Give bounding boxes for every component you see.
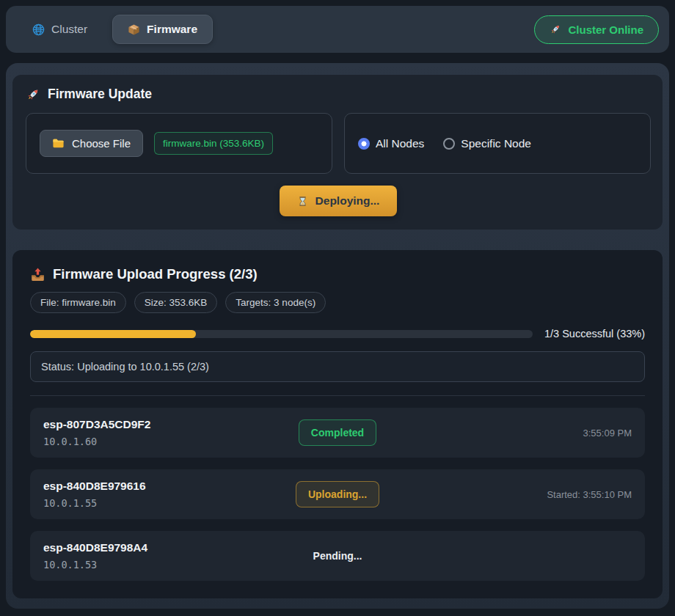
node-status-badge: Uploading...	[296, 481, 379, 507]
node-ip: 10.0.1.53	[43, 559, 313, 571]
firmware-update-title-text: Firmware Update	[48, 87, 152, 102]
upload-progress-card: Firmware Upload Progress (2/3) File: fir…	[12, 250, 663, 598]
radio-specific-node-label: Specific Node	[461, 137, 531, 150]
globe-icon	[32, 23, 45, 36]
progress-bar-fill	[30, 330, 196, 338]
rocket-icon	[550, 23, 561, 35]
outbox-icon	[30, 267, 45, 282]
deploy-button-label: Deploying...	[315, 194, 380, 208]
node-status-badge: Completed	[299, 419, 376, 446]
node-ip: 10.0.1.55	[43, 497, 296, 509]
node-name: esp-840D8E9798A4	[43, 541, 313, 554]
node-info: esp-840D8E979616 10.0.1.55	[43, 480, 296, 509]
meta-badge-targets: Targets: 3 node(s)	[225, 292, 326, 313]
node-info: esp-840D8E9798A4 10.0.1.53	[43, 541, 313, 571]
node-name: esp-840D8E979616	[43, 480, 296, 493]
node-status-badge: Pending...	[313, 543, 362, 568]
target-select-panel: All Nodes Specific Node	[344, 113, 651, 174]
radio-all-nodes-input[interactable]	[358, 138, 370, 150]
progress-bar	[30, 330, 533, 338]
node-row: esp-840D8E9798A4 10.0.1.53 Pending...	[30, 531, 645, 581]
file-select-panel: Choose File firmware.bin (353.6KB)	[26, 113, 332, 174]
tab-firmware[interactable]: Firmware	[112, 15, 213, 44]
hourglass-icon	[297, 196, 308, 207]
divider	[30, 395, 645, 396]
tab-cluster-label: Cluster	[51, 23, 87, 36]
node-target-radio-group: All Nodes Specific Node	[358, 137, 531, 150]
upload-progress-title: Firmware Upload Progress (2/3)	[30, 266, 645, 282]
app-root: Cluster Firmware	[6, 6, 669, 609]
radio-specific-node-input[interactable]	[443, 138, 455, 150]
status-box: Status: Uploading to 10.0.1.55 (2/3)	[30, 351, 645, 382]
firmware-update-title: Firmware Update	[26, 87, 651, 102]
progress-label: 1/3 Successful (33%)	[544, 328, 645, 340]
radio-all-nodes-label: All Nodes	[376, 137, 424, 150]
progress-row: 1/3 Successful (33%)	[30, 328, 645, 340]
node-info: esp-807D3A5CD9F2 10.0.1.60	[43, 418, 299, 447]
node-ip: 10.0.1.60	[43, 436, 299, 447]
node-row: esp-807D3A5CD9F2 10.0.1.60 Completed 3:5…	[30, 408, 645, 458]
package-icon	[128, 23, 140, 36]
meta-badge-file: File: firmware.bin	[30, 292, 126, 313]
rocket-icon	[26, 87, 40, 102]
selected-file-badge: firmware.bin (353.6KB)	[154, 132, 273, 155]
tab-firmware-label: Firmware	[147, 23, 197, 36]
folder-icon	[52, 137, 65, 150]
tab-cluster[interactable]: Cluster	[21, 15, 99, 44]
radio-specific-node[interactable]: Specific Node	[443, 137, 531, 150]
deploy-row: Deploying...	[26, 186, 651, 216]
node-timestamp: 3:55:09 PM	[583, 428, 632, 439]
upload-meta-badges: File: firmware.bin Size: 353.6KB Targets…	[30, 292, 645, 313]
choose-file-label: Choose File	[72, 137, 131, 150]
node-row: esp-840D8E979616 10.0.1.55 Uploading... …	[30, 469, 645, 519]
cluster-online-badge: Cluster Online	[534, 15, 659, 44]
firmware-update-card: Firmware Update Choose File firmware.bin…	[12, 75, 663, 230]
node-name: esp-807D3A5CD9F2	[43, 418, 299, 431]
radio-all-nodes[interactable]: All Nodes	[358, 137, 424, 150]
cluster-online-label: Cluster Online	[568, 23, 643, 36]
node-timestamp: Started: 3:55:10 PM	[547, 489, 632, 500]
choose-file-button[interactable]: Choose File	[40, 130, 143, 157]
nav-tabs: Cluster Firmware	[21, 15, 213, 44]
top-navbar: Cluster Firmware	[6, 6, 669, 53]
upload-progress-title-text: Firmware Upload Progress (2/3)	[53, 266, 258, 282]
meta-badge-size: Size: 353.6KB	[134, 292, 218, 313]
deploy-button[interactable]: Deploying...	[280, 186, 398, 216]
update-controls: Choose File firmware.bin (353.6KB) All N…	[26, 113, 651, 174]
main-panel: Firmware Update Choose File firmware.bin…	[6, 63, 669, 609]
